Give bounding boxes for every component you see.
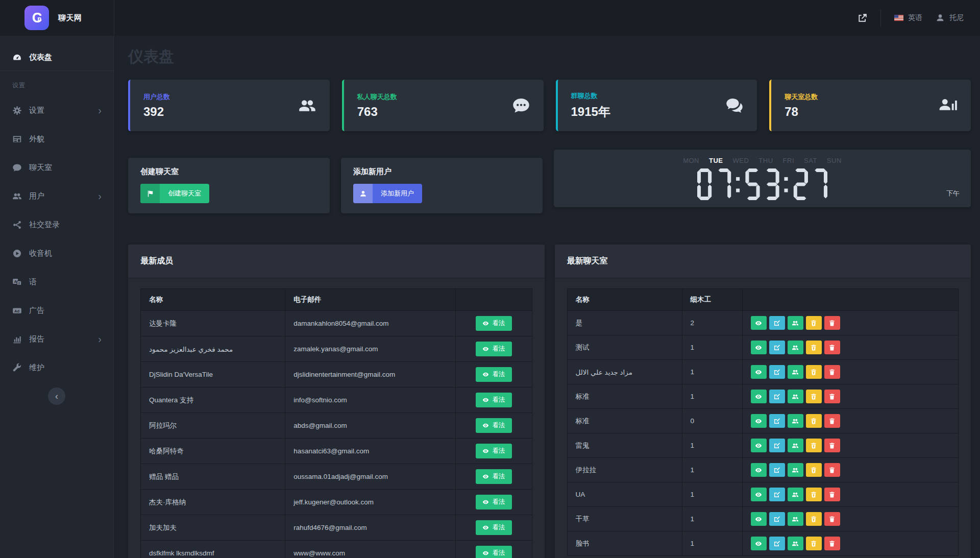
edit-button[interactable] [769, 316, 785, 330]
view-button[interactable] [751, 488, 767, 501]
clock-widget: MONTUEWEDTHUFRISATSUN 下午 [554, 150, 971, 207]
view-button[interactable] [751, 390, 767, 403]
clock-days: MONTUEWEDTHUFRISATSUN [683, 157, 842, 164]
sidebar-item[interactable]: 聊天室 [0, 157, 114, 178]
view-button[interactable]: 看法 [476, 316, 512, 331]
delete-button[interactable] [824, 488, 840, 501]
app-logo[interactable]: C n [24, 6, 49, 30]
table-row: 赠品 赠品oussama.01adjadj@gmail.com看法 [141, 464, 532, 490]
members-button[interactable] [788, 512, 803, 526]
sidebar-item[interactable]: 维护 [0, 357, 114, 378]
sidebar-item[interactable]: 用户› [0, 186, 114, 206]
sidebar-item[interactable]: 收音机 [0, 243, 114, 263]
edit-button[interactable] [769, 439, 785, 452]
view-button[interactable] [751, 316, 767, 330]
user-menu[interactable]: 托尼 [936, 13, 964, 22]
create-room-title: 创建聊天室 [140, 167, 317, 177]
members-button[interactable] [788, 439, 803, 452]
member-name: 加夫加夫 [141, 515, 285, 541]
delete-button[interactable] [824, 390, 840, 403]
restore-button[interactable] [806, 390, 822, 403]
chevron-right-icon: › [98, 105, 102, 115]
restore-button[interactable] [806, 365, 822, 379]
members-button[interactable] [788, 537, 803, 550]
view-button[interactable]: 看法 [476, 444, 512, 458]
sidebar-item-label: 语 [29, 277, 37, 287]
edit-button[interactable] [769, 341, 785, 354]
edit-button[interactable] [769, 414, 785, 428]
edit-button[interactable] [769, 537, 785, 550]
delete-button[interactable] [824, 463, 840, 477]
restore-button[interactable] [806, 512, 822, 526]
view-button[interactable]: 看法 [476, 469, 512, 484]
restore-button[interactable] [806, 414, 822, 428]
view-button[interactable]: 看法 [476, 342, 512, 356]
members-button[interactable] [788, 414, 803, 428]
actions-row: 创建聊天室 创建聊天室 添加新用户 添加新用户 MONTUEWEDTHUFRIS… [128, 150, 971, 215]
edit-button[interactable] [769, 512, 785, 526]
sidebar-item[interactable]: 设置› [0, 100, 114, 120]
delete-button[interactable] [824, 341, 840, 354]
view-button[interactable]: 看法 [476, 367, 512, 382]
view-button[interactable]: 看法 [476, 418, 512, 433]
restore-button[interactable] [806, 463, 822, 477]
restore-button[interactable] [806, 439, 822, 452]
members-button[interactable] [788, 488, 803, 501]
clock-day: TUE [709, 157, 723, 164]
restore-button[interactable] [806, 488, 822, 501]
view-button[interactable] [751, 365, 767, 379]
member-email: djslidinentertainment@gmail.com [285, 362, 455, 387]
restore-button[interactable] [806, 537, 822, 550]
restore-button[interactable] [806, 316, 822, 330]
sidebar-item[interactable]: 社交登录 [0, 214, 114, 235]
view-button[interactable] [751, 414, 767, 428]
language-selector[interactable]: 英语 [894, 13, 922, 22]
view-button[interactable]: 看法 [476, 495, 512, 510]
create-room-button[interactable]: 创建聊天室 [140, 184, 209, 203]
delete-button[interactable] [824, 414, 840, 428]
view-button[interactable]: 看法 [476, 520, 512, 535]
view-button[interactable] [751, 341, 767, 354]
edit-button[interactable] [769, 488, 785, 501]
sidebar-item[interactable]: 报告› [0, 329, 114, 349]
members-button[interactable] [788, 365, 803, 379]
members-button[interactable] [788, 463, 803, 477]
external-link-button[interactable] [857, 13, 867, 23]
members-button[interactable] [788, 390, 803, 403]
trash-restore-icon [810, 442, 817, 449]
sidebar-item[interactable]: Az语 [0, 272, 114, 292]
view-button[interactable] [751, 512, 767, 526]
add-user-button-label: 添加新用户 [373, 184, 422, 203]
delete-button[interactable] [824, 439, 840, 452]
rooms-rows: 是2测试1مزاد جديد علي الالل1标准1标准0雷鬼1伊拉拉1UA… [567, 311, 959, 556]
view-button[interactable] [751, 463, 767, 477]
members-button[interactable] [788, 341, 803, 354]
ad-icon: Ad [12, 306, 22, 316]
view-button[interactable]: 看法 [476, 546, 512, 558]
sidebar-item[interactable]: Ad广告 [0, 300, 114, 321]
delete-button[interactable] [824, 365, 840, 379]
restore-button[interactable] [806, 341, 822, 354]
delete-button[interactable] [824, 537, 840, 550]
brand-name: 聊天网 [58, 13, 82, 23]
stat-value: 392 [143, 105, 170, 119]
add-user-button[interactable]: 添加新用户 [353, 184, 422, 203]
delete-button[interactable] [824, 512, 840, 526]
edit-button[interactable] [769, 390, 785, 403]
room-actions [742, 409, 959, 433]
view-button[interactable] [751, 439, 767, 452]
sidebar-item[interactable]: 外貌 [0, 129, 114, 149]
table-row: 哈桑阿特奇hasanatci63@gmail.com看法 [141, 439, 532, 464]
sidebar-item-dashboard[interactable]: 仪表盘 [0, 47, 114, 67]
gear-icon [12, 106, 22, 115]
members-button[interactable] [788, 316, 803, 330]
member-email: abds@gmail.com [285, 413, 455, 439]
clock-day: WED [733, 157, 749, 164]
edit-button[interactable] [769, 365, 785, 379]
view-button[interactable] [751, 537, 767, 550]
view-button[interactable]: 看法 [476, 393, 512, 407]
user-name: 托尼 [949, 13, 964, 22]
edit-button[interactable] [769, 463, 785, 477]
sidebar-collapse-button[interactable]: ‹ [48, 387, 65, 405]
delete-button[interactable] [824, 316, 840, 330]
